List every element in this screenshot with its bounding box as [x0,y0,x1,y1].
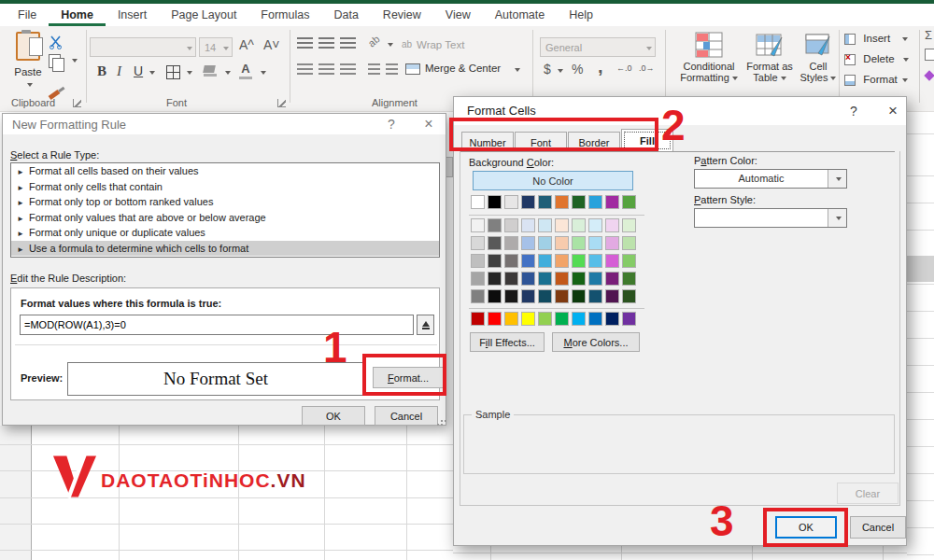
color-swatch[interactable] [488,289,502,303]
font-name-combo[interactable] [90,37,196,57]
color-swatch[interactable] [538,272,552,286]
fill-color-button[interactable] [204,65,217,77]
increase-indent-icon[interactable] [386,63,398,75]
number-format-combo[interactable]: General [540,37,656,57]
color-swatch[interactable] [622,272,636,286]
color-swatch[interactable] [555,218,569,232]
color-swatch[interactable] [488,312,502,326]
merge-center-chevron-icon[interactable] [515,68,520,72]
rule-type-option[interactable]: ►Format only values that are above or be… [11,210,439,226]
copy-chevron-icon[interactable] [72,59,78,63]
color-swatch[interactable] [588,218,602,232]
color-swatch[interactable] [588,272,602,286]
bold-button[interactable]: B [97,63,106,79]
ribbon-tab[interactable]: Review [371,4,433,26]
align-top-icon[interactable] [297,37,313,49]
underline-chevron-icon[interactable] [149,71,155,75]
ribbon-tab[interactable]: View [433,4,483,26]
color-swatch[interactable] [572,236,586,250]
color-swatch[interactable] [588,312,602,326]
color-swatch[interactable] [538,236,552,250]
color-swatch[interactable] [504,236,518,250]
color-swatch[interactable] [572,195,586,209]
more-colors-button[interactable]: More Colors... [552,332,640,352]
color-swatch[interactable] [538,312,552,326]
color-swatch[interactable] [538,254,552,268]
color-swatch[interactable] [622,236,636,250]
color-swatch[interactable] [488,254,502,268]
color-swatch[interactable] [555,289,569,303]
color-swatch[interactable] [605,254,619,268]
paste-button[interactable]: Paste [9,32,47,91]
borders-icon[interactable] [166,65,180,79]
ribbon-tab[interactable]: Page Layout [159,4,248,26]
ribbon-tab[interactable]: Insert [106,4,159,26]
ribbon-tab[interactable]: File [6,4,49,26]
color-swatch[interactable] [521,218,535,232]
color-swatch[interactable] [572,289,586,303]
color-swatch[interactable] [588,236,602,250]
formula-input[interactable] [20,315,414,335]
shrink-font-button[interactable]: A˅ [263,37,280,52]
format-as-table-button[interactable]: Format as Table [742,34,798,83]
color-swatch[interactable] [471,254,485,268]
resize-grip-icon[interactable] [441,420,443,422]
accounting-chevron-icon[interactable] [558,69,563,73]
rule-type-option[interactable]: ►Format all cells based on their values [11,163,439,179]
ribbon-tab[interactable]: Home [49,4,106,26]
color-swatch[interactable] [605,312,619,326]
accounting-format-button[interactable]: $ [544,62,551,77]
color-swatch[interactable] [555,312,569,326]
fill-color-chevron-icon[interactable] [225,71,231,75]
color-swatch[interactable] [504,312,518,326]
help-icon[interactable]: ? [842,104,865,119]
cut-icon[interactable] [49,35,63,49]
color-swatch[interactable] [521,254,535,268]
color-swatch[interactable] [538,289,552,303]
color-swatch[interactable] [521,236,535,250]
color-swatch[interactable] [504,254,518,268]
comma-style-button[interactable]: , [598,56,603,77]
color-swatch[interactable] [504,195,518,209]
color-swatch[interactable] [471,195,485,209]
color-swatch[interactable] [605,289,619,303]
color-swatch[interactable] [605,218,619,232]
ok-button[interactable]: OK [302,406,365,426]
color-swatch[interactable] [504,272,518,286]
color-swatch[interactable] [605,272,619,286]
color-swatch[interactable] [488,272,502,286]
color-swatch[interactable] [521,195,535,209]
color-swatch[interactable] [588,289,602,303]
copy-icon[interactable] [49,54,61,68]
color-swatch[interactable] [471,312,485,326]
color-swatch[interactable] [471,289,485,303]
pattern-style-combo[interactable] [694,208,847,228]
rule-type-option[interactable]: ►Format only cells that contain [11,179,439,195]
color-swatch[interactable] [555,195,569,209]
percent-style-button[interactable]: % [572,62,583,77]
align-bottom-icon[interactable] [340,37,356,49]
color-swatch[interactable] [488,218,502,232]
color-swatch[interactable] [572,312,586,326]
font-dialog-launcher-icon[interactable] [277,99,286,107]
merge-center-button[interactable]: Merge & Center [425,63,501,74]
color-swatch[interactable] [605,195,619,209]
color-swatch[interactable] [605,236,619,250]
italic-button[interactable]: I [117,63,121,79]
color-swatch[interactable] [555,236,569,250]
borders-chevron-icon[interactable] [187,71,192,75]
font-color-button[interactable]: A [239,62,252,79]
font-size-combo[interactable]: 14 [199,37,233,57]
ribbon-tab[interactable]: Automate [483,4,558,26]
color-swatch[interactable] [488,236,502,250]
underline-button[interactable]: U [134,63,143,78]
ribbon-tab[interactable]: Formulas [248,4,321,26]
scroll-grip[interactable] [446,157,453,177]
rule-type-option[interactable]: ►Format only unique or duplicate values [11,225,439,241]
close-icon[interactable]: × [417,116,440,133]
clear-button[interactable]: Clear [837,483,899,504]
no-color-button[interactable]: No Color [473,171,633,190]
help-icon[interactable]: ? [380,117,403,132]
format-cells-button[interactable]: Format [844,73,908,86]
color-swatch[interactable] [572,272,586,286]
